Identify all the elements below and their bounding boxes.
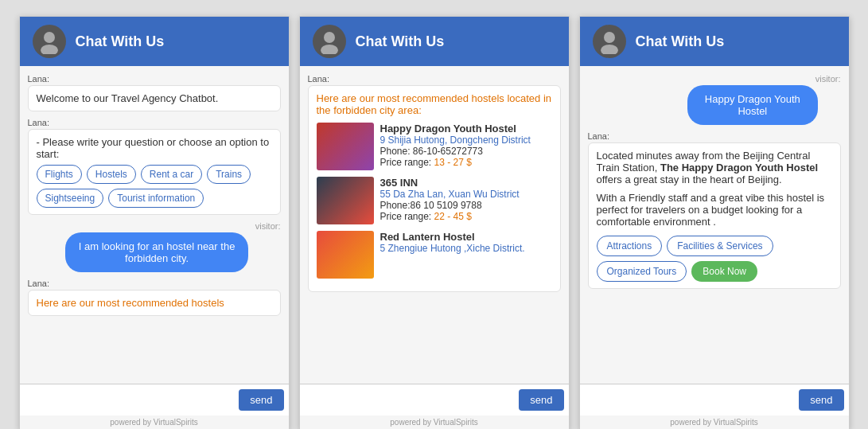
option-hostels[interactable]: Hostels (87, 165, 136, 184)
hostel-list-bubble: Here are our most recommended hostels lo… (308, 85, 561, 292)
hostel-phone-2: Phone:86 10 5109 9788 (380, 200, 520, 211)
chat-footer-1: send (20, 384, 289, 415)
chat-input-1[interactable] (25, 389, 236, 411)
hostel-item-1: Happy Dragon Youth Hostel 9 Shijia Huton… (317, 123, 552, 170)
chat-avatar-icon-2 (313, 25, 346, 58)
send-button-2[interactable]: send (519, 389, 563, 411)
lana-hostels-intro: Here are our most recommended hostels (28, 290, 281, 316)
hostel-info-1: Happy Dragon Youth Hostel 9 Shijia Huton… (380, 123, 531, 170)
lana-hostel-list: Lana: Here are our most recommended host… (308, 74, 561, 292)
chat-footer-2: send (300, 384, 569, 415)
option-sightseeing[interactable]: Sightseeing (37, 189, 104, 208)
chat-widget-3: Chat With Us visitor: Happy Dragon Youth… (579, 16, 850, 429)
hostel-name-2: 365 INN (380, 177, 520, 189)
svg-point-3 (321, 45, 338, 54)
chat-avatar-icon-1 (33, 25, 66, 58)
option-flights[interactable]: Flights (37, 165, 82, 184)
powered-by-2: powered by VirtualSpirits (300, 415, 569, 429)
hostel-phone-1: Phone: 86-10-65272773 (380, 146, 531, 157)
hostel-item-2: 365 INN 55 Da Zha Lan, Xuan Wu District … (317, 177, 552, 224)
visitor-bubble-1: I am looking for an hostel near the forb… (65, 232, 248, 272)
hostel-img-3 (317, 231, 374, 279)
chat-widget-2: Chat With Us Lana: Here are our most rec… (299, 16, 570, 429)
hostel-address-1: 9 Shijia Hutong, Dongcheng District (380, 135, 531, 146)
svg-point-4 (604, 32, 615, 43)
options-bubble: - Please write your question or choose a… (28, 129, 281, 215)
chat-title-2: Chat With Us (356, 33, 445, 50)
lana-reply-1: Lana: Here are our most recommended host… (28, 279, 281, 316)
visitor-hostel-selection: visitor: Happy Dragon Youth Hostel (687, 74, 840, 125)
hostel-list-intro: Here are our most recommended hostels lo… (317, 92, 552, 116)
lana-label: Lana: Welcome to our Travel Agency Chatb… (28, 74, 281, 111)
svg-point-0 (44, 32, 55, 43)
lana-description-bubble: Located minutes away from the Beijing Ce… (588, 142, 841, 289)
option-rent-car[interactable]: Rent a car (141, 165, 202, 184)
hostel-info-3: Red Lantern Hostel 5 Zhengiue Hutong ,Xi… (380, 231, 525, 279)
hostel-name-1: Happy Dragon Youth Hostel (380, 123, 531, 135)
chat-header-1: Chat With Us (20, 17, 289, 66)
svg-point-5 (601, 45, 618, 54)
chat-footer-3: send (580, 384, 849, 415)
hostel-item-3: Red Lantern Hostel 5 Zhengiue Hutong ,Xi… (317, 231, 552, 279)
welcome-bubble: Welcome to our Travel Agency Chatbot. (28, 85, 281, 111)
chat-body-1[interactable]: Lana: Welcome to our Travel Agency Chatb… (20, 66, 289, 384)
option-tourist-info[interactable]: Tourist information (108, 189, 204, 208)
hostel-price-1: Price range: 13 - 27 $ (380, 157, 531, 168)
visitor-bubble-3: Happy Dragon Youth Hostel (687, 85, 818, 125)
organized-tours-button[interactable]: Organized Tours (597, 261, 687, 282)
chat-body-3[interactable]: visitor: Happy Dragon Youth Hostel Lana:… (580, 66, 849, 384)
option-trains[interactable]: Trains (207, 165, 251, 184)
option-buttons: Flights Hostels Rent a car Trains Sights… (37, 165, 272, 208)
chat-input-2[interactable] (305, 389, 516, 411)
hostel-address-3: 5 Zhengiue Hutong ,Xiche District. (380, 243, 525, 254)
send-button-3[interactable]: send (799, 389, 843, 411)
visitor-msg-1: visitor: I am looking for an hostel near… (65, 221, 280, 272)
powered-by-3: powered by VirtualSpirits (580, 415, 849, 429)
lana-description: Lana: Located minutes away from the Beij… (588, 131, 841, 289)
chat-title-3: Chat With Us (636, 33, 725, 50)
hostel-address-2: 55 Da Zha Lan, Xuan Wu District (380, 189, 520, 200)
svg-point-2 (324, 32, 335, 43)
chat-widget-1: Chat With Us Lana: Welcome to our Travel… (19, 16, 290, 429)
powered-by-1: powered by VirtualSpirits (20, 415, 289, 429)
chat-title-1: Chat With Us (76, 33, 165, 50)
chat-avatar-icon-3 (593, 25, 626, 58)
hostel-info-2: 365 INN 55 Da Zha Lan, Xuan Wu District … (380, 177, 520, 224)
hostel-price-2: Price range: 22 - 45 $ (380, 211, 520, 222)
chat-input-3[interactable] (585, 389, 796, 411)
facilities-services-button[interactable]: Facilities & Services (667, 236, 773, 256)
hostel-img-2 (317, 177, 374, 224)
lana-options-msg: Lana: - Please write your question or ch… (28, 118, 281, 215)
svg-point-1 (41, 45, 58, 54)
chat-header-2: Chat With Us (300, 17, 569, 66)
chat-body-2[interactable]: Lana: Here are our most recommended host… (300, 66, 569, 384)
hostel-img-1 (317, 123, 374, 170)
send-button-1[interactable]: send (239, 389, 283, 411)
attractions-button[interactable]: Attractions (597, 236, 663, 256)
hostel-name-3: Red Lantern Hostel (380, 231, 525, 243)
action-buttons: Attractions Facilities & Services Organi… (597, 236, 832, 282)
chat-header-3: Chat With Us (580, 17, 849, 66)
book-now-button[interactable]: Book Now (691, 261, 757, 282)
